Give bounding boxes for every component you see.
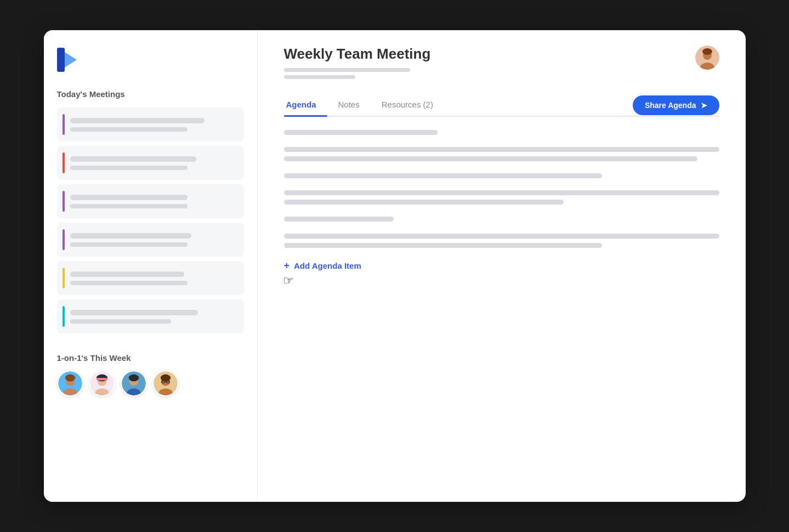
sidebar: Today's Meetings (44, 30, 258, 502)
meeting-line (70, 271, 185, 277)
one-on-one-section: 1-on-1's This Week (57, 353, 244, 397)
meeting-line (70, 204, 188, 208)
meeting-line (70, 242, 188, 247)
agenda-line (284, 243, 602, 248)
agenda-line (284, 147, 719, 152)
svg-point-25 (702, 48, 712, 55)
meeting-color-bar (63, 191, 65, 212)
svg-rect-10 (96, 378, 107, 381)
meeting-line (70, 310, 198, 315)
agenda-block (284, 130, 719, 135)
avatar[interactable] (89, 370, 115, 397)
meeting-item[interactable] (57, 107, 244, 142)
meeting-line (70, 195, 188, 200)
add-item-container: + Add Agenda Item ☞ (284, 260, 719, 288)
avatar[interactable] (152, 370, 179, 397)
title-underline (284, 68, 410, 72)
svg-point-18 (160, 375, 170, 382)
user-avatar[interactable] (695, 46, 719, 70)
meeting-color-bar (63, 306, 65, 327)
title-underline (284, 75, 355, 79)
svg-point-14 (128, 375, 138, 382)
add-item-label: Add Agenda Item (294, 261, 361, 270)
meeting-text (70, 118, 239, 132)
agenda-block (284, 173, 719, 178)
meeting-item[interactable] (57, 184, 244, 218)
meeting-color-bar (63, 114, 65, 135)
tab-resources[interactable]: Resources (2) (379, 94, 444, 116)
svg-marker-1 (65, 52, 77, 67)
plus-icon: + (284, 260, 290, 271)
meeting-line (70, 166, 188, 170)
agenda-line (284, 156, 697, 161)
agenda-line (284, 217, 394, 222)
meeting-line (70, 281, 188, 285)
agenda-block (284, 190, 719, 205)
share-agenda-button[interactable]: Share Agenda ➤ (633, 95, 719, 115)
agenda-line (284, 190, 719, 195)
main-header: Weekly Team Meeting (284, 46, 719, 79)
meeting-item[interactable] (57, 223, 244, 257)
agenda-line (284, 234, 719, 239)
todays-meetings-title: Today's Meetings (57, 89, 244, 99)
svg-rect-0 (57, 48, 65, 72)
agenda-line (284, 173, 602, 178)
svg-point-5 (65, 375, 75, 382)
one-on-ones-title: 1-on-1's This Week (57, 353, 244, 363)
agenda-block (284, 147, 719, 161)
cursor-hand-icon: ☞ (283, 274, 719, 288)
meeting-color-bar (63, 229, 65, 250)
avatar[interactable] (121, 370, 147, 397)
meeting-line (70, 118, 205, 123)
meeting-line (70, 156, 196, 162)
agenda-block (284, 217, 719, 222)
meeting-text (70, 310, 239, 324)
tab-notes[interactable]: Notes (336, 94, 371, 116)
agenda-content: + Add Agenda Item ☞ (284, 130, 719, 486)
logo (57, 48, 244, 72)
meeting-color-bar (63, 152, 65, 173)
meeting-line (70, 319, 171, 324)
meeting-text (70, 233, 239, 247)
tabs-row: Agenda Notes Resources (2) Share Agenda … (284, 94, 719, 117)
meeting-text (70, 271, 239, 285)
share-agenda-label: Share Agenda (645, 101, 696, 110)
send-icon: ➤ (701, 101, 707, 110)
meeting-text (70, 195, 239, 208)
agenda-line (284, 130, 438, 135)
main-content: Weekly Team Meeting Agenda Notes Resourc… (258, 30, 746, 502)
meeting-line (70, 233, 191, 239)
meeting-item[interactable] (57, 261, 244, 295)
meeting-line (70, 127, 188, 132)
meeting-item[interactable] (57, 146, 244, 180)
meeting-list (57, 107, 244, 333)
meeting-item[interactable] (57, 299, 244, 333)
tab-agenda[interactable]: Agenda (284, 94, 327, 116)
add-agenda-item-button[interactable]: + Add Agenda Item (284, 260, 361, 271)
avatars-row (57, 370, 244, 397)
meeting-text (70, 156, 239, 170)
meeting-title: Weekly Team Meeting (284, 46, 695, 63)
meeting-title-block: Weekly Team Meeting (284, 46, 695, 79)
agenda-line (284, 200, 564, 205)
agenda-block (284, 234, 719, 248)
avatar[interactable] (57, 370, 83, 397)
meeting-color-bar (63, 268, 65, 288)
